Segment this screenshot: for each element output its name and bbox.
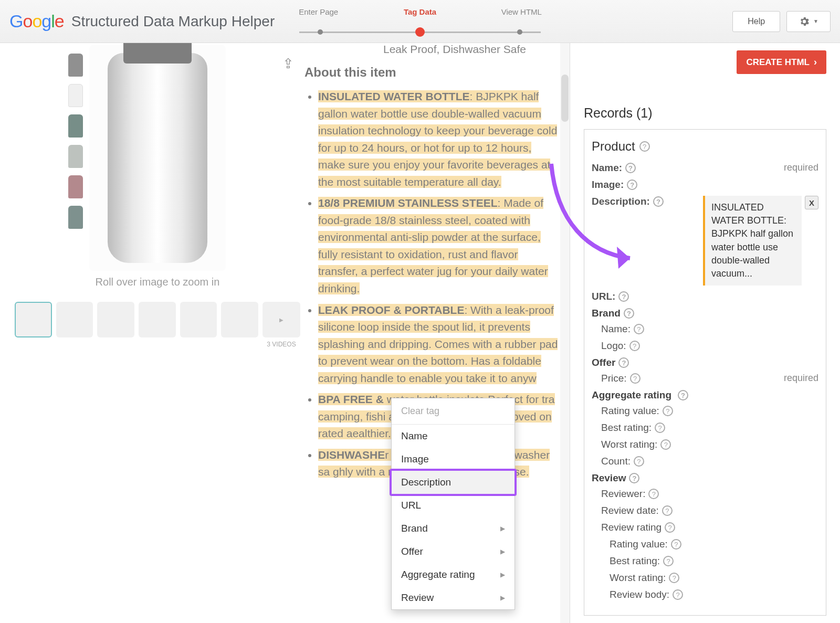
about-heading: About this item [304,65,559,80]
chevron-right-icon: ▶ [500,571,505,578]
color-swatch[interactable] [68,145,83,168]
review-section-label: Review? [592,472,818,484]
gallery-thumb[interactable] [97,302,134,337]
review-date-label: Review date:? [592,505,673,516]
product-feature-line: Leak Proof, Dishwasher Safe [304,43,559,56]
gallery-thumb[interactable] [56,302,93,337]
field-description-label: Description:? [592,196,664,207]
required-indicator: required [784,162,818,173]
color-swatch[interactable] [68,175,83,198]
menu-item-offer[interactable]: Offer▶ [392,540,514,563]
settings-button[interactable]: ▼ [786,11,831,32]
menu-item-image[interactable]: Image [392,448,514,471]
menu-item-brand[interactable]: Brand▶ [392,517,514,540]
color-swatch[interactable] [68,206,83,229]
menu-item-url[interactable]: URL [392,494,514,517]
required-indicator: required [784,373,818,384]
help-icon[interactable]: ? [663,556,674,566]
gallery-thumb[interactable] [180,302,217,337]
agg-best-label: Best rating:? [592,422,665,434]
help-icon[interactable]: ? [629,473,639,483]
help-icon[interactable]: ? [629,341,640,351]
product-record: Product? Name:?required Image:? Descript… [584,129,826,616]
logo-cluster: Google Structured Data Markup Helper [9,11,275,31]
help-icon[interactable]: ? [618,357,629,368]
help-icon[interactable]: ? [648,489,659,499]
list-item[interactable]: 18/8 PREMIUM STAINLESS STEEL: Made of fo… [318,195,559,297]
aggregate-rating-section-label: Aggregate rating? [592,389,818,401]
thumbnail-gallery: ▶ 3 VIDEOS [10,302,304,348]
help-icon[interactable]: ? [665,522,675,533]
page-preview-pane[interactable]: ⇪ Roll over image to zoom in ▶ 3 VIDEOS [0,43,570,623]
agg-rating-value-label: Rating value:? [592,405,673,417]
menu-clear-tag[interactable]: Clear tag [392,398,514,425]
help-icon[interactable]: ? [618,291,629,302]
help-icon[interactable]: ? [678,390,688,400]
create-html-button[interactable]: CREATE HTML › [737,50,826,74]
field-image-label: Image:? [592,179,637,191]
list-item[interactable]: LEAK PROOF & PORTABLE: With a leak-proof… [318,302,559,387]
help-icon[interactable]: ? [653,196,664,207]
gallery-thumb[interactable] [221,302,258,337]
color-swatch[interactable] [68,114,83,138]
brand-name-label: Name:? [592,323,644,335]
help-button[interactable]: Help [732,11,780,32]
help-icon[interactable]: ? [624,308,634,319]
chevron-right-icon: ▶ [500,594,505,601]
list-item[interactable]: INSULATED WATER BOTTLE: BJPKPK half gall… [318,88,559,191]
step-tag-data[interactable]: Tag Data [369,7,470,16]
gallery-thumb[interactable] [139,302,176,337]
help-icon[interactable]: ? [630,373,640,384]
step-view-html[interactable]: View HTML [471,7,572,16]
agg-worst-label: Worst rating:? [592,439,671,450]
rr-body-label: Review body:? [592,589,683,600]
tag-context-menu: Clear tag Name Image Description URL Bra… [391,398,515,610]
step-enter-page[interactable]: Enter Page [268,7,369,16]
color-swatch[interactable] [68,84,83,107]
help-icon[interactable]: ? [634,456,644,467]
gallery-thumb[interactable] [15,302,52,337]
zoom-hint: Roll over image to zoom in [10,276,304,288]
help-icon[interactable]: ? [663,406,673,416]
reviewer-label: Reviewer:? [592,488,659,500]
share-icon[interactable]: ⇪ [282,56,294,72]
chevron-right-icon: ▶ [500,525,505,532]
offer-section-label: Offer? [592,357,818,368]
brand-section-label: Brand? [592,308,818,319]
description-value: INSULATED WATER BOTTLE: BJPKPK half gall… [703,196,802,286]
menu-item-name[interactable]: Name [392,425,514,448]
product-main-image[interactable] [89,45,226,271]
help-icon[interactable]: ? [634,324,644,334]
google-logo: Google [9,11,64,31]
product-image-column: ⇪ Roll over image to zoom in ▶ 3 VIDEOS [10,43,304,485]
menu-item-description[interactable]: Description [392,471,514,494]
tool-title: Structured Data Markup Helper [71,13,275,30]
help-icon[interactable]: ? [660,439,671,450]
help-icon[interactable]: ? [671,539,681,550]
product-heading: Product? [592,139,818,154]
help-icon[interactable]: ? [655,423,665,433]
review-rating-label: Review rating? [592,522,675,533]
chevron-right-icon: › [814,57,817,68]
progress-steps: Enter Page Tag Data View HTML [268,7,572,16]
help-icon[interactable]: ? [673,589,683,600]
color-swatch[interactable] [68,54,83,77]
price-label: Price:? [592,373,640,384]
records-heading: Records (1) [584,74,826,121]
help-icon[interactable]: ? [639,141,650,152]
help-icon[interactable]: ? [669,573,679,583]
help-icon[interactable]: ? [627,179,637,190]
color-swatches [68,54,83,229]
gallery-video-thumb[interactable]: ▶ [262,302,300,337]
field-url-label: URL:? [592,291,629,302]
menu-item-aggregate-rating[interactable]: Aggregate rating▶ [392,563,514,586]
rr-worst-label: Worst rating:? [592,572,679,584]
remove-description-button[interactable]: X [805,196,818,209]
menu-item-review[interactable]: Review▶ [392,586,514,609]
help-icon[interactable]: ? [625,163,636,173]
chevron-right-icon: ▶ [500,548,505,555]
help-icon[interactable]: ? [662,505,673,516]
video-count-label: 3 VIDEOS [262,341,300,348]
rr-value-label: Rating value:? [592,538,681,550]
agg-count-label: Count:? [592,456,644,467]
